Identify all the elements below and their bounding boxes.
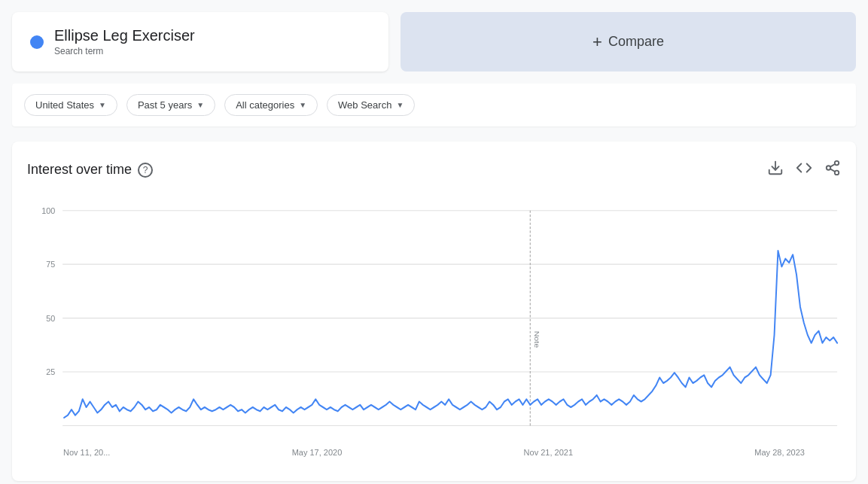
x-label-0: Nov 11, 20... bbox=[63, 448, 110, 457]
chart-header: Interest over time ? bbox=[27, 160, 841, 180]
search-term-text: Ellipse Leg Exerciser Search term bbox=[54, 27, 195, 56]
svg-text:25: 25 bbox=[46, 367, 55, 376]
search-term-name: Ellipse Leg Exerciser bbox=[54, 27, 195, 44]
embed-icon[interactable] bbox=[796, 160, 812, 180]
filter-region[interactable]: United States ▼ bbox=[24, 94, 117, 116]
filter-category-label: All categories bbox=[236, 99, 294, 111]
chevron-down-icon: ▼ bbox=[299, 101, 306, 109]
svg-line-4 bbox=[830, 169, 835, 172]
chart-section: Interest over time ? bbox=[12, 142, 856, 481]
page-wrapper: Ellipse Leg Exerciser Search term + Comp… bbox=[0, 0, 868, 484]
filter-search-type[interactable]: Web Search ▼ bbox=[327, 94, 415, 116]
chart-title: Interest over time bbox=[27, 162, 132, 178]
filter-time-label: Past 5 years bbox=[138, 99, 192, 111]
chevron-down-icon: ▼ bbox=[99, 101, 106, 109]
filter-region-label: United States bbox=[35, 99, 94, 111]
x-label-2: Nov 21, 2021 bbox=[524, 448, 573, 457]
chart-actions bbox=[767, 160, 841, 180]
compare-label: Compare bbox=[608, 34, 664, 50]
chart-title-group: Interest over time ? bbox=[27, 162, 153, 178]
chevron-down-icon: ▼ bbox=[396, 101, 404, 109]
svg-line-5 bbox=[830, 164, 835, 167]
svg-text:Note: Note bbox=[533, 331, 541, 349]
filter-category[interactable]: All categories ▼ bbox=[224, 94, 318, 116]
svg-text:100: 100 bbox=[41, 206, 55, 215]
filter-row: United States ▼ Past 5 years ▼ All categ… bbox=[12, 84, 856, 126]
share-icon[interactable] bbox=[824, 160, 841, 180]
x-label-3: May 28, 2023 bbox=[754, 448, 805, 457]
filter-time[interactable]: Past 5 years ▼ bbox=[126, 94, 215, 116]
search-term-card: Ellipse Leg Exerciser Search term bbox=[12, 12, 388, 72]
chevron-down-icon: ▼ bbox=[196, 101, 204, 109]
search-term-label: Search term bbox=[54, 46, 195, 56]
x-axis-labels: Nov 11, 20... May 17, 2020 Nov 21, 2021 … bbox=[27, 443, 841, 457]
help-icon[interactable]: ? bbox=[138, 163, 153, 178]
interest-chart: 100 75 50 25 Note bbox=[27, 202, 841, 443]
top-section: Ellipse Leg Exerciser Search term + Comp… bbox=[12, 12, 856, 72]
x-label-1: May 17, 2020 bbox=[292, 448, 343, 457]
chart-container: 100 75 50 25 Note bbox=[27, 202, 841, 443]
search-dot bbox=[30, 35, 44, 49]
download-icon[interactable] bbox=[767, 160, 784, 180]
compare-card[interactable]: + Compare bbox=[400, 12, 856, 72]
compare-plus-icon: + bbox=[592, 32, 602, 52]
svg-text:75: 75 bbox=[46, 260, 55, 269]
filter-search-type-label: Web Search bbox=[338, 99, 391, 111]
svg-text:50: 50 bbox=[46, 313, 55, 322]
